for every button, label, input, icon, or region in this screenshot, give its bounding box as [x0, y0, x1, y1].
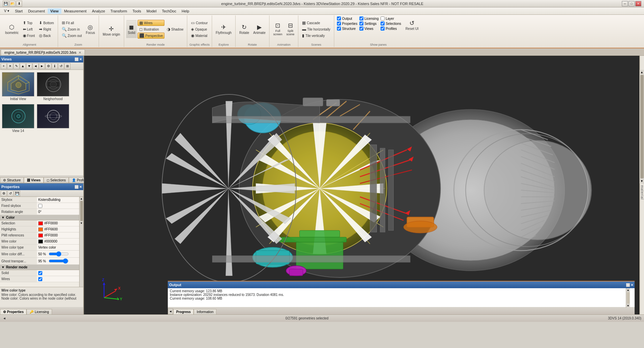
- output-scrollbar[interactable]: ▲ ▼: [626, 288, 630, 308]
- output-check[interactable]: Output: [336, 16, 358, 21]
- flythrough-button[interactable]: ✈ Flythrough: [214, 20, 233, 38]
- menu-item-analyze[interactable]: Analyze: [89, 8, 108, 14]
- move-origin-button[interactable]: ✛ Move origin: [101, 22, 122, 40]
- tile-horizontally-button[interactable]: ▬ Tile horizontally: [300, 26, 332, 32]
- view-item-4[interactable]: [36, 103, 70, 134]
- restore-button[interactable]: □: [629, 1, 635, 6]
- view-item-view14[interactable]: View 14: [1, 103, 35, 134]
- panel-tab-views[interactable]: 🖼 Views: [24, 177, 44, 183]
- split-scene-button[interactable]: ⊟ Splitscene: [285, 20, 296, 38]
- prop-value-pmi[interactable]: #FF0000: [37, 232, 83, 238]
- layer-checkbox[interactable]: [381, 16, 385, 20]
- properties-scrollbar[interactable]: ▲ ▼: [79, 197, 83, 287]
- structure-checkbox[interactable]: [337, 27, 341, 31]
- panel-tab-licensing[interactable]: 🔑 Licensing: [27, 309, 52, 314]
- profiles-check[interactable]: Profiles: [380, 26, 402, 31]
- licensing-checkbox[interactable]: [359, 16, 363, 20]
- close-button[interactable]: ✕: [635, 1, 641, 6]
- document-tab-close[interactable]: ✕: [79, 51, 81, 54]
- solid-button[interactable]: ◼ Solid: [126, 20, 137, 38]
- shadow-button[interactable]: ◑ Shadow: [165, 26, 185, 32]
- settings-check[interactable]: Settings: [359, 21, 379, 26]
- views-move-left-button[interactable]: ◄: [33, 63, 39, 69]
- prop-value-highlights[interactable]: #FF6600: [37, 226, 83, 232]
- prop-value-fixed-skybox[interactable]: [37, 203, 83, 209]
- views-close-button[interactable]: ✕: [79, 57, 82, 61]
- prop-value-solid[interactable]: [37, 270, 83, 276]
- properties-checkbox[interactable]: [337, 21, 341, 26]
- prop-value-ghost[interactable]: 95 %: [37, 258, 83, 264]
- view-item-initial[interactable]: Initial View: [1, 71, 35, 102]
- views-settings-button[interactable]: ⚙: [45, 63, 51, 69]
- wires-button[interactable]: ▦ Wires: [138, 20, 164, 26]
- properties-close-button[interactable]: ✕: [79, 185, 82, 189]
- views-refresh-button[interactable]: ↺: [58, 63, 64, 69]
- fixed-skybox-checkbox[interactable]: [38, 204, 42, 208]
- ghost-slider[interactable]: [49, 258, 69, 264]
- views-scrollbar[interactable]: ▲ ▼: [639, 70, 644, 183]
- output-float-button[interactable]: ⬜: [626, 283, 630, 287]
- quick-extra[interactable]: ⬇: [16, 1, 22, 7]
- output-tab-progress[interactable]: Progress: [173, 309, 194, 314]
- reset-ui-button[interactable]: ↺ Reset UI: [404, 16, 420, 34]
- focus-button[interactable]: ◎ Focus: [84, 20, 97, 38]
- panel-tab-selections[interactable]: ◻ Selections: [44, 177, 69, 183]
- minimize-button[interactable]: ─: [622, 1, 628, 6]
- menu-item-techdoc[interactable]: TechDoc: [159, 8, 179, 14]
- views-scroll-up[interactable]: ▲: [640, 70, 644, 75]
- views-info-button[interactable]: ℹ: [52, 63, 58, 69]
- prop-value-wires-mode[interactable]: [37, 276, 83, 282]
- prop-value-wire-diff[interactable]: 50 %: [37, 251, 83, 257]
- material-button[interactable]: ◉ Material: [189, 33, 209, 39]
- menu-item-start[interactable]: Start: [12, 8, 25, 14]
- quick-save[interactable]: 💾: [3, 1, 9, 7]
- selections-checkbox[interactable]: [381, 21, 385, 26]
- view-item-neighborhood[interactable]: Neighorhood: [36, 71, 70, 102]
- prop-section-render[interactable]: ▼ Render mode: [0, 265, 83, 270]
- menu-item-model[interactable]: Model: [144, 8, 159, 14]
- properties-check[interactable]: Properties: [336, 21, 358, 26]
- props-scroll-up[interactable]: ▲: [80, 197, 83, 201]
- prop-section-color[interactable]: ▼ Color: [0, 215, 83, 220]
- top-button[interactable]: ⬆ Top: [21, 20, 37, 26]
- wires-mode-checkbox[interactable]: [38, 277, 42, 281]
- props-scroll-down[interactable]: ▼: [80, 221, 83, 225]
- views-move-right-button[interactable]: ►: [39, 63, 45, 69]
- prop-tool-1[interactable]: ⚙: [1, 190, 7, 197]
- prop-value-skybox[interactable]: KistersBuilding ▼: [37, 197, 83, 203]
- menu-item-help[interactable]: Help: [179, 8, 192, 14]
- animate-button[interactable]: ▶ Animate: [252, 20, 267, 38]
- output-checkbox[interactable]: [337, 16, 341, 20]
- zoom-in-button[interactable]: 🔍 Zoom in: [60, 26, 84, 32]
- wire-diff-slider[interactable]: [49, 251, 69, 257]
- highlights-color-swatch[interactable]: [38, 227, 43, 231]
- wire-color-swatch[interactable]: [38, 240, 43, 244]
- views-expand-button[interactable]: ⊞: [64, 63, 70, 69]
- bottom-button[interactable]: ⬇ Bottom: [37, 20, 56, 26]
- prop-value-wire-color[interactable]: #000000: [37, 238, 83, 244]
- properties-float-button[interactable]: ⬜: [75, 185, 79, 189]
- contour-button[interactable]: ▭ Contour: [189, 20, 209, 26]
- selections-check[interactable]: Selections: [380, 21, 402, 26]
- zoom-out-button[interactable]: 🔍 Zoom out: [60, 33, 84, 39]
- licensing-check[interactable]: Licensing: [359, 16, 379, 21]
- views-scroll-thumb[interactable]: [640, 75, 644, 178]
- prop-value-selection[interactable]: #FF0000: [37, 220, 83, 226]
- rotate-button[interactable]: ↻ Rotate: [238, 20, 251, 38]
- full-screen-button[interactable]: ⊡ Fullscreen: [271, 20, 284, 38]
- viewport[interactable]: X Z Y Output ⬜ ✕ Current memory usage: 1…: [84, 56, 639, 314]
- output-scroll-left[interactable]: ◄: [168, 308, 173, 314]
- output-scroll-up[interactable]: ▲: [627, 288, 630, 292]
- quick-open[interactable]: 📂: [9, 1, 15, 7]
- right-button[interactable]: ➡ Right: [37, 26, 56, 32]
- menu-item-tools[interactable]: Tools: [130, 8, 144, 14]
- front-button[interactable]: ◉ Front: [21, 33, 37, 39]
- views-move-down-button[interactable]: ▼: [26, 63, 32, 69]
- views-new-button[interactable]: +: [1, 63, 7, 69]
- illustration-button[interactable]: ◻ Illustration: [138, 26, 164, 32]
- prop-value-wire-color-type[interactable]: Vertex color ▼: [37, 245, 83, 250]
- menu-item-view[interactable]: View: [48, 8, 61, 14]
- panel-tab-structure[interactable]: ⚙ Structure: [0, 177, 24, 183]
- panel-tab-properties[interactable]: ⚙ Properties: [0, 309, 27, 314]
- prop-tool-2[interactable]: ↺: [7, 190, 13, 197]
